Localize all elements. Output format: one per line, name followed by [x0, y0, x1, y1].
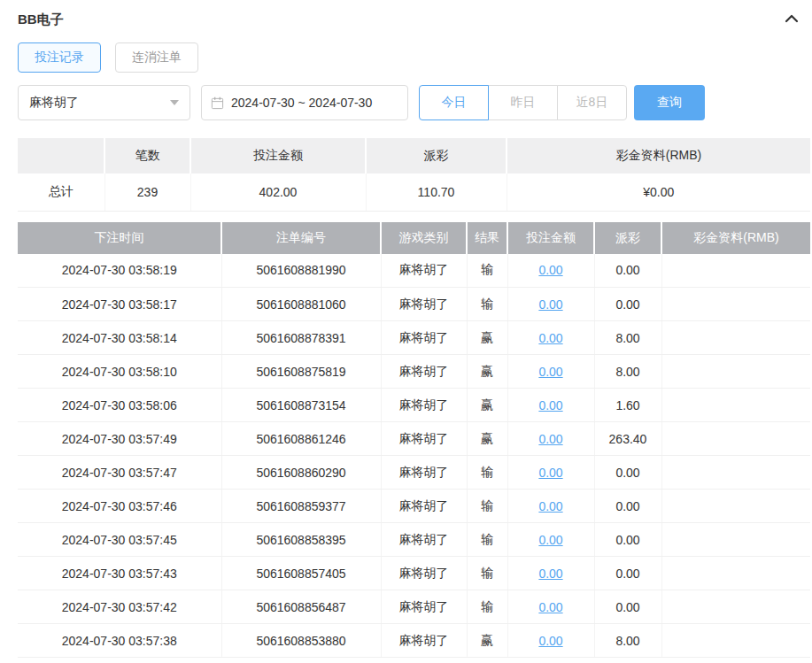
cell-payout: 0.00 — [594, 523, 661, 557]
table-row: 2024-07-30 03:58:06 5061608873154 麻将胡了 赢… — [18, 389, 810, 422]
bet-amount-link[interactable]: 0.00 — [538, 634, 562, 648]
cell-bonus — [661, 321, 810, 355]
cell-payout: 0.00 — [594, 288, 661, 321]
collapse-toggle[interactable] — [784, 12, 800, 27]
table-row: 2024-07-30 03:57:42 5061608856487 麻将胡了 输… — [18, 590, 810, 624]
game-select[interactable]: 麻将胡了 — [18, 85, 190, 120]
summary-total-label: 总计 — [18, 173, 104, 211]
tab-cancelled-orders[interactable]: 连消注单 — [115, 42, 198, 73]
records-body: 2024-07-30 03:58:19 5061608881990 麻将胡了 输… — [18, 254, 810, 658]
cell-bonus — [661, 624, 810, 658]
cell-bonus — [661, 422, 810, 456]
cell-bet-time: 2024-07-30 03:58:19 — [18, 254, 221, 288]
cell-bonus — [661, 355, 810, 389]
cell-payout: 8.00 — [594, 321, 661, 355]
search-button[interactable]: 查询 — [634, 85, 705, 120]
records-header-bet-time: 下注时间 — [18, 222, 221, 254]
table-row: 2024-07-30 03:57:47 5061608860290 麻将胡了 输… — [18, 456, 810, 490]
cell-result: 赢 — [467, 624, 507, 658]
cell-bet-time: 2024-07-30 03:57:42 — [18, 590, 221, 624]
game-select-value: 麻将胡了 — [29, 95, 79, 111]
cell-game-type: 麻将胡了 — [381, 456, 467, 490]
cell-bet-amount: 0.00 — [507, 523, 594, 557]
cell-bet-amount: 0.00 — [507, 288, 594, 321]
cell-result: 输 — [467, 288, 507, 321]
cell-order-no: 5061608853880 — [221, 624, 381, 658]
cell-result: 赢 — [467, 321, 507, 355]
bet-amount-link[interactable]: 0.00 — [538, 365, 562, 379]
cell-bonus — [661, 254, 810, 288]
summary-total-row: 总计 239 402.00 110.70 ¥0.00 — [18, 173, 810, 211]
tab-betting-records[interactable]: 投注记录 — [18, 42, 101, 73]
cell-order-no: 5061608860290 — [221, 456, 381, 490]
cell-bet-amount: 0.00 — [507, 254, 594, 288]
panel-header: BB电子 — [18, 7, 810, 32]
cell-bonus — [661, 389, 810, 422]
cell-payout: 8.00 — [594, 355, 661, 389]
cell-payout: 0.00 — [594, 456, 661, 490]
cell-bet-amount: 0.00 — [507, 389, 594, 422]
cell-order-no: 5061608859377 — [221, 490, 381, 523]
cell-result: 输 — [467, 254, 507, 288]
bet-amount-link[interactable]: 0.00 — [538, 331, 562, 345]
cell-bonus — [661, 590, 810, 624]
cell-result: 输 — [467, 490, 507, 523]
cell-result: 赢 — [467, 355, 507, 389]
records-header-bet-amount: 投注金额 — [507, 222, 594, 254]
cell-game-type: 麻将胡了 — [381, 389, 467, 422]
records-header-bonus: 彩金资料(RMB) — [661, 222, 810, 254]
table-row: 2024-07-30 03:58:17 5061608881060 麻将胡了 输… — [18, 288, 810, 321]
records-header-row: 下注时间 注单编号 游戏类别 结果 投注金额 派彩 彩金资料(RMB) — [18, 222, 810, 254]
summary-header-payout: 派彩 — [366, 138, 507, 173]
range-today-button[interactable]: 今日 — [419, 85, 489, 120]
summary-header-row: 笔数 投注金额 派彩 彩金资料(RMB) — [18, 138, 810, 173]
bet-amount-link[interactable]: 0.00 — [538, 432, 562, 446]
summary-header-bonus: 彩金资料(RMB) — [507, 138, 810, 173]
bet-amount-link[interactable]: 0.00 — [538, 398, 562, 412]
cell-result: 输 — [467, 523, 507, 557]
bet-amount-link[interactable]: 0.00 — [538, 499, 562, 513]
bet-amount-link[interactable]: 0.00 — [538, 533, 562, 547]
tab-bar: 投注记录 连消注单 — [18, 42, 810, 73]
cell-result: 输 — [467, 456, 507, 490]
cell-game-type: 麻将胡了 — [381, 355, 467, 389]
summary-total-bet-amount: 402.00 — [190, 173, 366, 211]
bet-amount-link[interactable]: 0.00 — [538, 263, 562, 277]
date-range-input[interactable]: 2024-07-30 ~ 2024-07-30 — [201, 85, 408, 120]
table-row: 2024-07-30 03:57:46 5061608859377 麻将胡了 输… — [18, 490, 810, 523]
records-header-order-no: 注单编号 — [221, 222, 381, 254]
cell-bet-time: 2024-07-30 03:58:14 — [18, 321, 221, 355]
records-header-result: 结果 — [467, 222, 507, 254]
cell-bet-amount: 0.00 — [507, 490, 594, 523]
bet-amount-link[interactable]: 0.00 — [538, 297, 562, 312]
bet-amount-link[interactable]: 0.00 — [538, 567, 562, 581]
range-last8days-button[interactable]: 近8日 — [557, 85, 627, 120]
cell-payout: 0.00 — [594, 490, 661, 523]
cell-bet-amount: 0.00 — [507, 590, 594, 624]
cell-bet-time: 2024-07-30 03:57:38 — [18, 624, 221, 658]
summary-table: 笔数 投注金额 派彩 彩金资料(RMB) 总计 239 402.00 110.7… — [18, 138, 810, 212]
cell-bonus — [661, 523, 810, 557]
cell-bonus — [661, 288, 810, 321]
cell-bet-amount: 0.00 — [507, 355, 594, 389]
cell-game-type: 麻将胡了 — [381, 422, 467, 456]
cell-result: 赢 — [467, 389, 507, 422]
bet-amount-link[interactable]: 0.00 — [538, 466, 562, 480]
table-row: 2024-07-30 03:57:43 5061608857405 麻将胡了 输… — [18, 557, 810, 590]
quick-range-group: 今日 昨日 近8日 — [419, 85, 627, 120]
bet-amount-link[interactable]: 0.00 — [538, 600, 562, 614]
cell-bet-amount: 0.00 — [507, 422, 594, 456]
date-range-value: 2024-07-30 ~ 2024-07-30 — [231, 96, 372, 110]
cell-payout: 0.00 — [594, 590, 661, 624]
betting-records-panel: BB电子 投注记录 连消注单 麻将胡了 2024-07-30 ~ 2024-07… — [0, 0, 812, 658]
cell-order-no: 5061608857405 — [221, 557, 381, 590]
cell-bet-amount: 0.00 — [507, 557, 594, 590]
range-yesterday-button[interactable]: 昨日 — [488, 85, 558, 120]
cell-game-type: 麻将胡了 — [381, 624, 467, 658]
table-row: 2024-07-30 03:58:14 5061608878391 麻将胡了 赢… — [18, 321, 810, 355]
cell-order-no: 5061608875819 — [221, 355, 381, 389]
summary-total-count: 239 — [104, 173, 190, 211]
cell-order-no: 5061608881990 — [221, 254, 381, 288]
cell-payout: 0.00 — [594, 254, 661, 288]
cell-order-no: 5061608858395 — [221, 523, 381, 557]
